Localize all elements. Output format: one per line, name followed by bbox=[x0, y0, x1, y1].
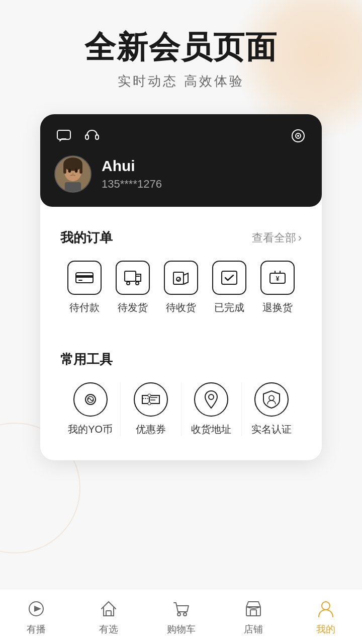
coupon-icon bbox=[134, 382, 168, 417]
svg-point-36 bbox=[184, 613, 187, 616]
tools-card-header: 常用工具 bbox=[60, 351, 302, 368]
svg-rect-21 bbox=[173, 272, 184, 284]
tools-card: 常用工具 我的YO币 bbox=[48, 337, 314, 452]
home-nav-icon bbox=[98, 598, 120, 620]
profile-top-bar bbox=[54, 126, 308, 145]
store-nav-icon bbox=[242, 598, 264, 620]
svg-point-8 bbox=[63, 157, 82, 171]
nav-item-home[interactable]: 有选 bbox=[72, 598, 145, 636]
cart-nav-label: 购物车 bbox=[167, 623, 196, 636]
user-nav-icon bbox=[315, 598, 337, 620]
yo-coin-label: 我的YO币 bbox=[68, 423, 113, 436]
page-content: 全新会员页面 实时动态 高效体验 bbox=[0, 0, 362, 460]
user-phone: 135****1276 bbox=[102, 178, 162, 191]
orders-title: 我的订单 bbox=[60, 229, 113, 247]
profile-icons-left bbox=[54, 126, 102, 145]
home-nav-label: 有选 bbox=[99, 623, 118, 636]
yo-coin-icon bbox=[73, 382, 108, 417]
svg-point-13 bbox=[72, 173, 74, 175]
avatar bbox=[54, 155, 92, 193]
payment-label: 待付款 bbox=[69, 301, 100, 314]
svg-point-35 bbox=[177, 613, 180, 616]
svg-rect-10 bbox=[79, 164, 82, 174]
order-item-refund[interactable]: ¥ 退换货 bbox=[260, 261, 295, 314]
svg-rect-14 bbox=[65, 182, 81, 192]
view-all-button[interactable]: 查看全部 › bbox=[252, 230, 302, 246]
scan-icon[interactable] bbox=[289, 126, 308, 145]
svg-point-30 bbox=[209, 394, 214, 399]
refund-label: 退换货 bbox=[262, 301, 293, 314]
done-label: 已完成 bbox=[214, 301, 244, 314]
order-item-payment[interactable]: 待付款 bbox=[67, 261, 102, 314]
chat-icon[interactable] bbox=[54, 126, 73, 145]
payment-icon bbox=[67, 261, 102, 295]
order-item-done[interactable]: 已完成 bbox=[212, 261, 246, 314]
user-info: Ahui 135****1276 bbox=[102, 157, 162, 191]
user-row: Ahui 135****1276 bbox=[54, 155, 308, 193]
shipping-icon bbox=[116, 261, 150, 295]
user-name: Ahui bbox=[102, 157, 162, 175]
order-item-delivery[interactable]: 待收货 bbox=[164, 261, 198, 314]
svg-point-19 bbox=[127, 282, 130, 285]
svg-point-28 bbox=[148, 394, 151, 397]
tool-coupon[interactable]: 优惠券 bbox=[121, 382, 181, 436]
tools-title: 常用工具 bbox=[60, 351, 113, 368]
svg-marker-33 bbox=[34, 606, 41, 612]
store-nav-label: 店铺 bbox=[244, 623, 263, 636]
nav-item-cart[interactable]: 购物车 bbox=[145, 598, 217, 636]
svg-point-11 bbox=[68, 169, 71, 173]
shipping-label: 待发货 bbox=[118, 301, 148, 314]
nav-item-user[interactable]: 我的 bbox=[290, 598, 362, 636]
profile-header: Ahui 135****1276 bbox=[40, 114, 322, 207]
address-icon bbox=[194, 382, 228, 417]
orders-card: 我的订单 查看全部 › 待付款 bbox=[48, 215, 314, 331]
svg-rect-0 bbox=[57, 130, 70, 139]
svg-point-12 bbox=[75, 169, 78, 173]
svg-rect-17 bbox=[78, 280, 82, 281]
svg-rect-16 bbox=[76, 275, 93, 278]
svg-rect-9 bbox=[63, 164, 66, 174]
delivery-label: 待收货 bbox=[166, 301, 196, 314]
svg-rect-34 bbox=[106, 611, 111, 616]
svg-rect-18 bbox=[125, 271, 136, 281]
hero-title: 全新会员页面 bbox=[84, 30, 278, 64]
bottom-nav: 有播 有选 购物车 bbox=[0, 589, 362, 644]
phone-card: Ahui 135****1276 我的订单 查看全部 › bbox=[40, 114, 322, 460]
nav-item-store[interactable]: 店铺 bbox=[217, 598, 290, 636]
nav-item-play[interactable]: 有播 bbox=[0, 598, 72, 636]
done-icon bbox=[212, 261, 246, 295]
tool-address[interactable]: 收货地址 bbox=[182, 382, 242, 436]
refund-icon: ¥ bbox=[260, 261, 295, 295]
svg-point-29 bbox=[148, 402, 151, 405]
verify-icon bbox=[254, 382, 289, 417]
coupon-label: 优惠券 bbox=[136, 423, 166, 436]
svg-point-5 bbox=[297, 135, 299, 137]
delivery-icon bbox=[164, 261, 198, 295]
play-nav-icon bbox=[25, 598, 47, 620]
tool-yo-coin[interactable]: 我的YO币 bbox=[60, 382, 121, 436]
svg-point-39 bbox=[322, 602, 330, 610]
svg-text:¥: ¥ bbox=[276, 275, 280, 282]
hero-subtitle: 实时动态 高效体验 bbox=[118, 72, 244, 90]
svg-rect-38 bbox=[250, 610, 256, 616]
tools-items-row: 我的YO币 优惠券 bbox=[60, 382, 302, 436]
tool-verify[interactable]: 实名认证 bbox=[242, 382, 302, 436]
headset-icon[interactable] bbox=[82, 126, 102, 145]
user-nav-label: 我的 bbox=[316, 623, 335, 636]
address-label: 收货地址 bbox=[191, 423, 231, 436]
cart-nav-icon bbox=[170, 598, 192, 620]
orders-card-header: 我的订单 查看全部 › bbox=[60, 229, 302, 247]
svg-point-20 bbox=[136, 282, 139, 285]
play-nav-label: 有播 bbox=[27, 623, 46, 636]
order-items-row: 待付款 待发货 bbox=[60, 261, 302, 314]
svg-point-31 bbox=[269, 395, 274, 400]
verify-label: 实名认证 bbox=[251, 423, 292, 436]
svg-rect-23 bbox=[222, 271, 237, 284]
order-item-shipping[interactable]: 待发货 bbox=[116, 261, 150, 314]
